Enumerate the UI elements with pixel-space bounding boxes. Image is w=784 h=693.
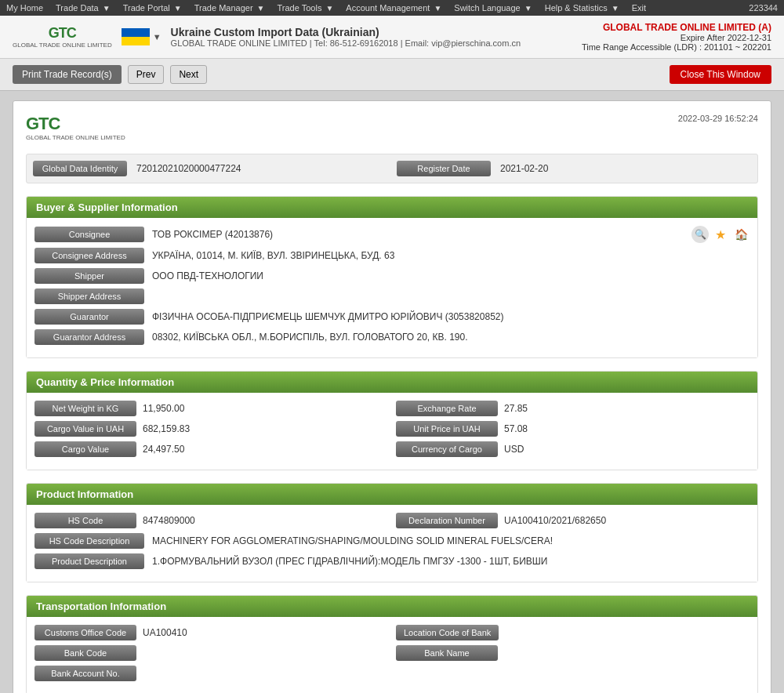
header-title-group: Ukraine Custom Import Data (Ukrainian) G… — [171, 26, 521, 48]
cargo-value-pair: Cargo Value 24,497.50 — [34, 441, 388, 457]
bank-code-label: Bank Code — [34, 645, 136, 661]
currency-cargo-label: Currency of Cargo — [396, 441, 498, 457]
consignee-label: Consignee — [34, 227, 144, 242]
quantity-price-body: Net Weight in KG 11,950.00 Exchange Rate… — [27, 393, 757, 470]
nav-menu: My Home Trade Data ▼ Trade Portal ▼ Trad… — [6, 3, 646, 13]
qty-row-3: Cargo Value 24,497.50 Currency of Cargo … — [34, 441, 750, 457]
consignee-row: Consignee ТОВ РОКСІМЕР (42013876) 🔍 ★ 🏠 — [34, 226, 750, 243]
consignee-icons: 🔍 ★ 🏠 — [691, 226, 750, 243]
shipper-row: Shipper ООО ПВД-ТЕХНОЛОГИИ — [34, 268, 750, 284]
nav-switch-language[interactable]: Switch Language ▼ — [454, 3, 532, 13]
declaration-number-label: Declaration Number — [396, 513, 498, 528]
identity-row: Global Data Identity 7201202102000047722… — [26, 154, 758, 183]
empty-pair — [396, 666, 750, 681]
global-data-identity-label: Global Data Identity — [33, 161, 127, 176]
guarantor-row: Guarantor ФІЗИЧНА ОСОБА-ПІДПРИЄМЕЦЬ ШЕМЧ… — [34, 309, 750, 325]
shipper-label: Shipper — [34, 268, 144, 284]
product-row-1: HS Code 8474809000 Declaration Number UA… — [34, 513, 750, 528]
transportation-title: Transportation Information — [27, 596, 757, 617]
close-button-top[interactable]: Close This Window — [670, 65, 771, 84]
buyer-supplier-title: Buyer & Supplier Information — [27, 197, 757, 218]
flag-dropdown[interactable]: ▼ — [153, 32, 162, 42]
buyer-supplier-body: Consignee ТОВ РОКСІМЕР (42013876) 🔍 ★ 🏠 … — [27, 218, 757, 357]
next-button-top[interactable]: Next — [170, 65, 207, 84]
exchange-rate-value: 27.85 — [504, 403, 750, 414]
prev-button-top[interactable]: Prev — [128, 65, 165, 84]
unit-price-uah-value: 57.08 — [504, 423, 750, 434]
transportation-section: Transportation Information Customs Offic… — [26, 595, 758, 693]
hs-code-pair: HS Code 8474809000 — [34, 513, 388, 528]
bank-account-label: Bank Account No. — [34, 666, 136, 681]
guarantor-label: Guarantor — [34, 309, 144, 325]
nav-account-management[interactable]: Account Management ▼ — [346, 3, 441, 13]
nav-trade-portal[interactable]: Trade Portal ▼ — [123, 3, 182, 13]
product-section: Product Information HS Code 8474809000 D… — [26, 483, 758, 582]
nav-trade-data[interactable]: Trade Data ▼ — [56, 3, 111, 13]
net-weight-label: Net Weight in KG — [34, 401, 136, 416]
nav-exit[interactable]: Exit — [632, 3, 646, 13]
nav-trade-manager[interactable]: Trade Manager ▼ — [194, 3, 265, 13]
print-button-top[interactable]: Print Trade Record(s) — [13, 65, 122, 84]
card-date: 2022-03-29 16:52:24 — [678, 114, 758, 123]
record-card: GTC GLOBAL TRADE ONLINE LIMITED 2022-03-… — [13, 100, 771, 693]
customs-office-label: Customs Office Code — [34, 625, 136, 640]
unit-price-uah-label: Unit Price in UAH — [396, 421, 498, 437]
page-title: Ukraine Custom Import Data (Ukrainian) — [171, 26, 521, 38]
product-desc-value: 1.ФОРМУВАЛЬНИЙ ВУЗОЛ (ПРЕС ГІДРАВЛІЧНИЙ)… — [152, 556, 750, 567]
register-date-value: 2021-02-20 — [500, 163, 751, 174]
cargo-value-uah-label: Cargo Value in UAH — [34, 421, 136, 437]
buyer-supplier-section: Buyer & Supplier Information Consignee Т… — [26, 196, 758, 358]
nav-my-home[interactable]: My Home — [6, 3, 43, 13]
time-range-info: Time Range Accessible (LDR) : 201101 ~ 2… — [582, 42, 771, 52]
guarantor-address-row: Guarantor Address 08302, КИЇВСЬКА ОБЛ., … — [34, 329, 750, 345]
main-content: GTC GLOBAL TRADE ONLINE LIMITED 2022-03-… — [0, 91, 784, 693]
top-nav-bar: My Home Trade Data ▼ Trade Portal ▼ Trad… — [0, 0, 784, 16]
cargo-value-uah-value: 682,159.83 — [143, 423, 388, 434]
consignee-address-label: Consignee Address — [34, 248, 144, 263]
register-date-label: Register Date — [397, 161, 491, 176]
global-data-identity-value: 72012021020000477224 — [136, 163, 387, 174]
card-logo-sub: GLOBAL TRADE ONLINE LIMITED — [26, 134, 125, 141]
product-title: Product Information — [27, 484, 757, 505]
location-code-bank-pair: Location Code of Bank — [396, 625, 750, 640]
header-account-info: GLOBAL TRADE ONLINE LIMITED (A) Expire A… — [582, 22, 771, 52]
bank-account-pair: Bank Account No. — [34, 666, 388, 681]
product-desc-label: Product Description — [34, 553, 144, 569]
hs-code-value: 8474809000 — [143, 515, 388, 526]
bank-code-pair: Bank Code — [34, 645, 388, 661]
product-body: HS Code 8474809000 Declaration Number UA… — [27, 505, 757, 582]
expire-info: Expire After 2022-12-31 — [582, 33, 771, 42]
home-icon[interactable]: 🏠 — [732, 226, 750, 243]
hs-code-label: HS Code — [34, 513, 136, 528]
guarantor-value: ФІЗИЧНА ОСОБА-ПІДПРИЄМЕЦЬ ШЕМЧУК ДМИТРО … — [152, 311, 750, 322]
location-code-bank-label: Location Code of Bank — [396, 625, 499, 640]
cargo-value-uah-pair: Cargo Value in UAH 682,159.83 — [34, 421, 388, 437]
shipper-address-row: Shipper Address — [34, 288, 750, 304]
consignee-address-row: Consignee Address УКРАЇНА, 01014, М. КИЇ… — [34, 248, 750, 263]
cargo-value-label: Cargo Value — [34, 441, 136, 457]
customs-office-value: UA100410 — [143, 627, 388, 638]
qty-row-1: Net Weight in KG 11,950.00 Exchange Rate… — [34, 401, 750, 416]
guarantor-address-value: 08302, КИЇВСЬКА ОБЛ., М.БОРИСПІЛЬ, ВУЛ. … — [152, 332, 750, 343]
net-weight-pair: Net Weight in KG 11,950.00 — [34, 401, 388, 416]
cargo-value-value: 24,497.50 — [143, 444, 388, 455]
logo-sub: GLOBAL TRADE ONLINE LIMITED — [13, 42, 112, 49]
currency-cargo-pair: Currency of Cargo USD — [396, 441, 750, 457]
exchange-rate-label: Exchange Rate — [396, 401, 498, 416]
transportation-body: Customs Office Code UA100410 Location Co… — [27, 617, 757, 693]
card-header: GTC GLOBAL TRADE ONLINE LIMITED 2022-03-… — [26, 114, 758, 141]
card-logo: GTC GLOBAL TRADE ONLINE LIMITED — [26, 114, 125, 141]
consignee-address-value: УКРАЇНА, 01014, М. КИЇВ, ВУЛ. ЗВІРИНЕЦЬК… — [152, 250, 750, 261]
search-icon[interactable]: 🔍 — [691, 226, 709, 243]
star-icon[interactable]: ★ — [712, 226, 729, 243]
customs-office-pair: Customs Office Code UA100410 — [34, 625, 388, 640]
flag-box: ▼ — [122, 28, 162, 45]
logo-text: GTC — [49, 25, 76, 42]
quantity-price-title: Quantity & Price Information — [27, 372, 757, 393]
nav-help-statistics[interactable]: Help & Statistics ▼ — [545, 3, 619, 13]
declaration-number-pair: Declaration Number UA100410/2021/682650 — [396, 513, 750, 528]
consignee-value: ТОВ РОКСІМЕР (42013876) — [152, 229, 684, 240]
nav-trade-tools[interactable]: Trade Tools ▼ — [278, 3, 334, 13]
top-toolbar: Print Trade Record(s) Prev Next Close Th… — [0, 59, 784, 91]
quantity-price-section: Quantity & Price Information Net Weight … — [26, 371, 758, 470]
